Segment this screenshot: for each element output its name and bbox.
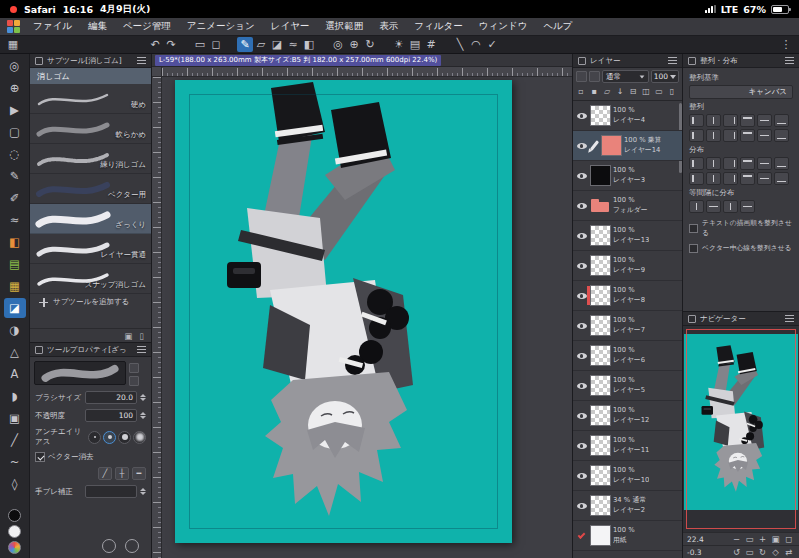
layer-thumbnail[interactable] [590, 315, 611, 336]
layer-thumbnail[interactable] [590, 375, 611, 396]
navigator-view-frame[interactable] [686, 329, 796, 529]
preview-lock-icon[interactable] [129, 376, 139, 386]
align-bottom-button[interactable] [774, 114, 789, 127]
layer-thumbnail[interactable] [590, 465, 611, 486]
select-tool-icon[interactable]: ▢ [4, 122, 26, 142]
line-tool-icon[interactable]: ╱ [4, 430, 26, 450]
layer-row[interactable]: 100 % レイヤー4 [573, 101, 682, 131]
menu-item[interactable]: ヘルプ [535, 20, 580, 33]
clip-studio-logo-icon[interactable] [7, 20, 20, 33]
layer-thumbnail[interactable] [590, 405, 611, 426]
menu-item[interactable]: ファイル [25, 20, 80, 33]
brush-size-slider[interactable]: 20.0 [85, 391, 137, 404]
lasso-tool-icon[interactable]: ◌ [4, 144, 26, 164]
layer-opacity-field[interactable]: 100 [651, 70, 679, 83]
trash-icon[interactable]: ▯ [139, 331, 144, 341]
distribute-bottom-edge-button[interactable] [774, 172, 789, 185]
zoom-slider[interactable]: ▭ [743, 533, 756, 545]
navigator-preview[interactable] [683, 326, 799, 532]
equal-hgap-button[interactable] [723, 200, 738, 213]
stabilize-stepper[interactable] [140, 488, 146, 495]
eyedropper-tool-icon[interactable]: ◊ [4, 474, 26, 494]
align-right-button[interactable] [723, 114, 738, 127]
distribute-bottom-button[interactable] [774, 157, 789, 170]
gradient-icon[interactable]: ▤ [407, 37, 423, 52]
frame-tool-icon[interactable]: ▣ [4, 408, 26, 428]
actual-size-button[interactable]: ◻ [782, 533, 795, 545]
layer-row[interactable]: 100 % レイヤー9 [573, 251, 682, 281]
ruler-icon[interactable]: # [423, 37, 439, 52]
menu-item[interactable]: 選択範囲 [317, 20, 371, 33]
zoom-tool-icon[interactable]: ◎ [4, 56, 26, 76]
menu-item[interactable]: 編集 [80, 20, 115, 33]
layer-thumbnail[interactable] [590, 285, 611, 306]
blend-mode-dropdown[interactable]: 通常 [602, 70, 649, 83]
rotate-right-button[interactable]: ↻ [756, 546, 769, 558]
eraser-icon[interactable]: ◪ [269, 37, 285, 52]
align-basis-dropdown[interactable]: キャンバス [689, 85, 793, 99]
distribute-right-edge-button[interactable] [723, 172, 738, 185]
layer-row[interactable]: 100 % フォルダー [573, 191, 682, 221]
new-folder-button[interactable]: ▱ [601, 86, 613, 98]
align-right-edge-button[interactable] [723, 129, 738, 142]
balloon-tool-icon[interactable]: ◗ [4, 386, 26, 406]
visibility-toggle[interactable] [575, 413, 588, 419]
move-tool-icon[interactable]: ⊕ [4, 78, 26, 98]
align-vmiddle-button[interactable] [757, 129, 772, 142]
delete-layer-button[interactable]: ▯ [666, 86, 678, 98]
menu-item[interactable]: アニメーション [179, 20, 263, 33]
layer-row[interactable]: 100 % レイヤー13 [573, 221, 682, 251]
layer-row[interactable]: 100 % レイヤー5 [573, 371, 682, 401]
hand-icon[interactable]: ⊕ [346, 37, 362, 52]
align-text-order-checkbox[interactable] [689, 224, 698, 233]
layer-row[interactable]: 100 % 用紙 [573, 521, 682, 551]
pen-icon[interactable]: ✎ [237, 37, 253, 52]
distribute-left-edge-button[interactable] [689, 172, 704, 185]
visibility-toggle[interactable] [575, 203, 588, 209]
new-raster-layer-button[interactable]: ▫ [575, 86, 587, 98]
distribute-hmiddle-button[interactable] [706, 172, 721, 185]
snap-icon[interactable]: ✓ [484, 37, 500, 52]
erase-whole-line-button[interactable]: ━ [132, 467, 146, 480]
antialias-middle-button[interactable] [118, 431, 131, 444]
subtool-item[interactable]: レイヤー貫通 [30, 234, 151, 264]
align-vector-center-checkbox[interactable] [689, 244, 698, 253]
erase-to-intersection-button[interactable]: ┼ [115, 467, 129, 480]
layer-thumbnail[interactable] [601, 135, 622, 156]
visibility-toggle[interactable] [575, 323, 588, 329]
menu-item[interactable]: 表示 [371, 20, 406, 33]
hide-palette-icon[interactable] [102, 539, 116, 553]
layer-thumbnail[interactable] [590, 345, 611, 366]
visibility-toggle[interactable] [575, 503, 588, 509]
preview-option-icon[interactable] [129, 363, 139, 373]
pattern-tool-icon[interactable]: ▦ [4, 276, 26, 296]
canvas-viewport[interactable] [162, 77, 572, 558]
panel-menu-icon[interactable] [137, 57, 146, 64]
layer-row[interactable]: 100 % 乗算 レイヤー14 [573, 131, 682, 161]
equal-vertical-button[interactable] [706, 200, 721, 213]
brush-icon[interactable]: ≈ [285, 37, 301, 52]
sun-icon[interactable]: ☀ [391, 37, 407, 52]
color-wheel-icon[interactable] [8, 541, 21, 554]
layer-row[interactable]: 100 % レイヤー12 [573, 401, 682, 431]
rotate-slider[interactable]: ▭ [743, 546, 756, 558]
antialias-none-button[interactable] [88, 431, 101, 444]
line-icon[interactable]: ╲ [452, 37, 468, 52]
zoom-icon[interactable]: ◎ [330, 37, 346, 52]
home-grid-icon[interactable]: ▦ [5, 37, 21, 52]
visibility-toggle[interactable] [575, 143, 588, 149]
panel-menu-icon[interactable] [668, 57, 677, 64]
undo-icon[interactable]: ↶ [147, 37, 163, 52]
layer-thumbnail[interactable] [590, 435, 611, 456]
correction-tool-icon[interactable]: ~ [4, 452, 26, 472]
visibility-toggle[interactable] [575, 263, 588, 269]
distribute-vcenter-button[interactable] [757, 157, 772, 170]
layer-color-icon[interactable] [576, 71, 587, 82]
menu-item[interactable]: ページ管理 [115, 20, 179, 33]
align-left-edge-button[interactable] [689, 129, 704, 142]
subtool-item[interactable]: ざっくり [30, 204, 151, 234]
align-top-button[interactable] [740, 114, 755, 127]
eraser-tool-icon[interactable]: ◪ [4, 298, 26, 318]
pencil-tool-icon[interactable]: ✐ [4, 188, 26, 208]
align-hcenter-button[interactable] [706, 114, 721, 127]
